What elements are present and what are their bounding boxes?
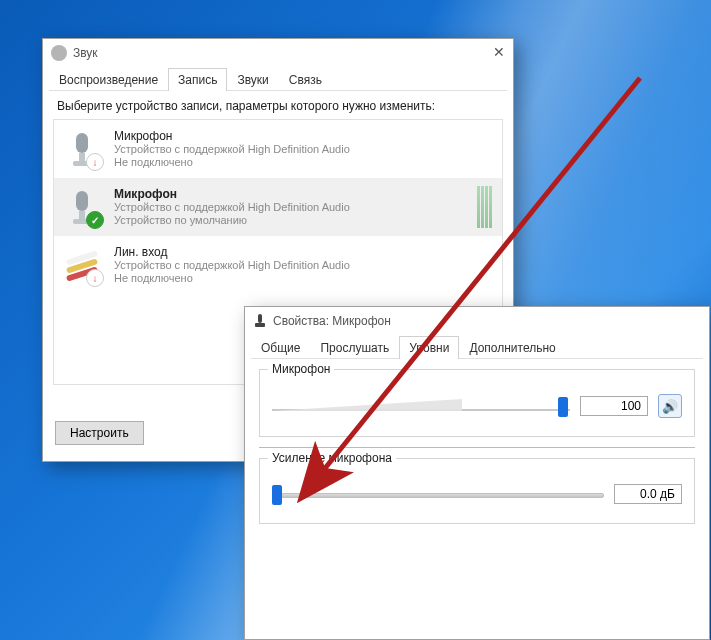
titlebar[interactable]: Свойства: Микрофон	[245, 307, 709, 335]
tab-communications[interactable]: Связь	[279, 68, 332, 91]
device-row[interactable]: ↓ Микрофон Устройство с поддержкой High …	[54, 120, 502, 178]
window-title: Свойства: Микрофон	[273, 314, 391, 328]
device-row[interactable]: ↓ Лин. вход Устройство с поддержкой High…	[54, 236, 502, 294]
level-meter-icon	[477, 186, 492, 228]
tab-record[interactable]: Запись	[168, 68, 227, 91]
window-title: Звук	[73, 46, 98, 60]
line-in-icon: ↓	[64, 245, 104, 285]
microphone-icon: ✓	[64, 187, 104, 227]
tab-sounds[interactable]: Звуки	[227, 68, 278, 91]
speaker-toggle-icon[interactable]: 🔊	[658, 394, 682, 418]
device-status: Не подключено	[114, 156, 350, 169]
microphone-boost-value[interactable]: 0.0 дБ	[614, 484, 682, 504]
speaker-icon	[51, 45, 67, 61]
device-status: Не подключено	[114, 272, 350, 285]
microphone-level-group: Микрофон 100 🔊	[259, 369, 695, 437]
microphone-level-value[interactable]: 100	[580, 396, 648, 416]
instruction-text: Выберите устройство записи, параметры ко…	[53, 99, 503, 119]
tab-levels[interactable]: Уровни	[399, 336, 459, 359]
microphone-icon: ↓	[64, 129, 104, 169]
device-row[interactable]: ✓ Микрофон Устройство с поддержкой High …	[54, 178, 502, 236]
tab-general[interactable]: Общие	[251, 336, 310, 359]
titlebar[interactable]: Звук ✕	[43, 39, 513, 67]
device-name: Лин. вход	[114, 245, 350, 259]
device-desc: Устройство с поддержкой High Definition …	[114, 259, 350, 272]
unplugged-badge-icon: ↓	[86, 153, 104, 171]
device-desc: Устройство с поддержкой High Definition …	[114, 201, 350, 214]
divider	[259, 447, 695, 448]
microphone-icon	[253, 314, 267, 328]
device-desc: Устройство с поддержкой High Definition …	[114, 143, 350, 156]
default-badge-icon: ✓	[86, 211, 104, 229]
properties-window: Свойства: Микрофон Общие Прослушать Уров…	[244, 306, 710, 640]
device-name: Микрофон	[114, 187, 350, 201]
tabs: Общие Прослушать Уровни Дополнительно	[251, 335, 703, 359]
tab-playback[interactable]: Воспроизведение	[49, 68, 168, 91]
microphone-level-slider[interactable]	[272, 395, 570, 417]
close-icon[interactable]: ✕	[491, 45, 507, 61]
group-label: Усиление микрофона	[268, 451, 396, 465]
group-label: Микрофон	[268, 362, 334, 376]
tab-listen[interactable]: Прослушать	[310, 336, 399, 359]
tab-advanced[interactable]: Дополнительно	[459, 336, 565, 359]
microphone-boost-group: Усиление микрофона 0.0 дБ	[259, 458, 695, 524]
device-status: Устройство по умолчанию	[114, 214, 350, 227]
configure-button[interactable]: Настроить	[55, 421, 144, 445]
unplugged-badge-icon: ↓	[86, 269, 104, 287]
tabs: Воспроизведение Запись Звуки Связь	[49, 67, 507, 91]
device-name: Микрофон	[114, 129, 350, 143]
microphone-boost-slider[interactable]	[272, 483, 604, 505]
